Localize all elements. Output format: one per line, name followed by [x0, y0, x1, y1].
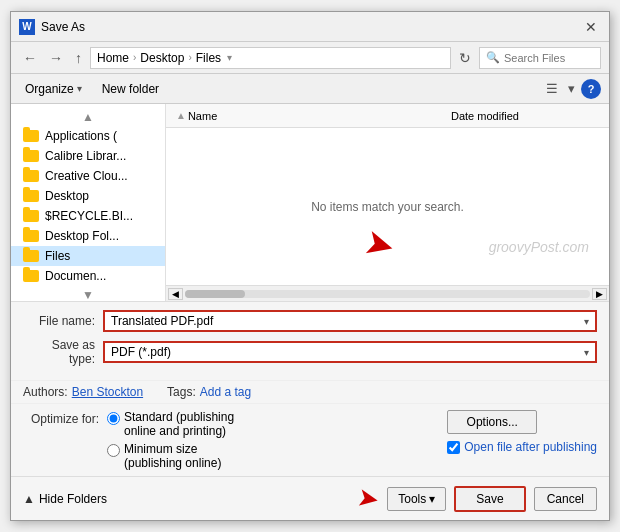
tags-value[interactable]: Add a tag	[200, 385, 251, 399]
breadcrumb-sep2: ›	[188, 52, 191, 63]
folder-icon	[23, 210, 39, 222]
radio-standard-text: Standard (publishingonline and printing)	[124, 410, 234, 438]
sidebar-item-creative[interactable]: Creative Clou...	[11, 166, 165, 186]
file-name-input[interactable]: Translated PDF.pdf ▾	[103, 310, 597, 332]
authors-tags-row: Authors: Ben Stockton Tags: Add a tag	[11, 380, 609, 403]
sidebar-item-label: Applications (	[45, 129, 117, 143]
hide-folders-label: Hide Folders	[39, 492, 107, 506]
scroll-left-btn[interactable]: ◀	[168, 288, 183, 300]
sidebar-item-desktop[interactable]: Desktop	[11, 186, 165, 206]
radio-minimum-input[interactable]	[107, 444, 120, 457]
radio-options: Standard (publishingonline and printing)…	[107, 410, 234, 470]
sidebar-item-applications[interactable]: Applications (	[11, 126, 165, 146]
folder-icon	[23, 230, 39, 242]
back-button[interactable]: ←	[19, 48, 41, 68]
hide-folders-toggle[interactable]: ▲ Hide Folders	[23, 492, 107, 506]
folder-icon	[23, 150, 39, 162]
save-as-type-dropdown[interactable]: ▾	[584, 347, 589, 358]
file-content: No items match your search. groovyPost.c…	[166, 128, 609, 285]
sidebar-item-label: Desktop	[45, 189, 89, 203]
save-as-type-input[interactable]: PDF (*.pdf) ▾	[103, 341, 597, 363]
folder-icon	[23, 250, 39, 262]
organize-dropdown-icon: ▾	[77, 83, 82, 94]
sidebar-item-label: Calibre Librar...	[45, 149, 126, 163]
save-button[interactable]: Save	[454, 486, 525, 512]
scroll-right-btn[interactable]: ▶	[592, 288, 607, 300]
sidebar-scroll-up[interactable]: ▲	[11, 108, 165, 126]
organize-button[interactable]: Organize ▾	[19, 80, 88, 98]
sidebar-scroll-down[interactable]: ▼	[11, 286, 165, 301]
sidebar-item-calibre[interactable]: Calibre Librar...	[11, 146, 165, 166]
radio-standard-input[interactable]	[107, 412, 120, 425]
tools-button[interactable]: Tools ▾	[387, 487, 446, 511]
watermark: groovyPost.com	[489, 239, 589, 255]
breadcrumb-files: Files	[196, 51, 221, 65]
folder-icon	[23, 270, 39, 282]
tools-dropdown-icon: ▾	[429, 492, 435, 506]
file-name-dropdown[interactable]: ▾	[584, 316, 589, 327]
red-arrow-save-indicator: ➤	[355, 481, 382, 515]
sidebar-item-desktop-fol[interactable]: Desktop Fol...	[11, 226, 165, 246]
sidebar-item-documents[interactable]: Documen...	[11, 266, 165, 286]
sidebar: ▲ Applications ( Calibre Librar... Creat…	[11, 104, 166, 301]
forward-button[interactable]: →	[45, 48, 67, 68]
breadcrumb[interactable]: Home › Desktop › Files ▾	[90, 47, 451, 69]
main-content: ▲ Applications ( Calibre Librar... Creat…	[11, 104, 609, 301]
nav-bar: ← → ↑ Home › Desktop › Files ▾ ↻ 🔍	[11, 42, 609, 74]
file-pane: ▲ Name Date modified No items match your…	[166, 104, 609, 301]
sidebar-item-label: Files	[45, 249, 70, 263]
new-folder-label: New folder	[102, 82, 159, 96]
view-dropdown-button[interactable]: ▾	[564, 79, 579, 98]
dialog-title: Save As	[41, 20, 85, 34]
save-as-type-value: PDF (*.pdf)	[111, 345, 171, 359]
radio-standard[interactable]: Standard (publishingonline and printing)	[107, 410, 234, 438]
options-button[interactable]: Options...	[447, 410, 537, 434]
breadcrumb-dropdown[interactable]: ▾	[225, 52, 234, 63]
scroll-bar-area: ◀ ▶	[166, 285, 609, 301]
breadcrumb-home: Home	[97, 51, 129, 65]
red-arrow-indicator: ➤	[360, 220, 400, 268]
action-buttons: ➤ Tools ▾ Save Cancel	[357, 483, 597, 514]
radio-minimum[interactable]: Minimum size(publishing online)	[107, 442, 234, 470]
hide-arrow-icon: ▲	[23, 492, 35, 506]
toolbar: Organize ▾ New folder ☰ ▾ ?	[11, 74, 609, 104]
authors-value[interactable]: Ben Stockton	[72, 385, 143, 399]
cancel-button[interactable]: Cancel	[534, 487, 597, 511]
col-date-header[interactable]: Date modified	[451, 110, 601, 122]
up-button[interactable]: ↑	[71, 48, 86, 68]
h-scrollbar-thumb	[185, 290, 245, 298]
sidebar-item-label: Desktop Fol...	[45, 229, 119, 243]
tags-label: Tags:	[167, 385, 196, 399]
sidebar-item-label: Documen...	[45, 269, 106, 283]
sidebar-item-label: $RECYCLE.BI...	[45, 209, 133, 223]
search-input[interactable]	[504, 52, 594, 64]
title-left: W Save As	[19, 19, 85, 35]
title-bar: W Save As ✕	[11, 12, 609, 42]
file-name-value: Translated PDF.pdf	[111, 314, 213, 328]
close-button[interactable]: ✕	[581, 17, 601, 37]
file-fields: File name: Translated PDF.pdf ▾ Save as …	[11, 301, 609, 380]
word-icon: W	[19, 19, 35, 35]
sidebar-item-label: Creative Clou...	[45, 169, 128, 183]
open-file-label: Open file after publishing	[464, 440, 597, 454]
refresh-button[interactable]: ↻	[455, 48, 475, 68]
optimize-label: Optimize for:	[23, 410, 107, 426]
sidebar-item-recycle[interactable]: $RECYCLE.BI...	[11, 206, 165, 226]
file-name-row: File name: Translated PDF.pdf ▾	[23, 310, 597, 332]
sidebar-item-files[interactable]: Files	[11, 246, 165, 266]
breadcrumb-desktop: Desktop	[140, 51, 184, 65]
view-icons: ☰ ▾ ?	[542, 79, 601, 99]
open-file-checkbox-label[interactable]: Open file after publishing	[447, 440, 597, 454]
view-list-button[interactable]: ☰	[542, 79, 562, 98]
col-name-header[interactable]: Name	[188, 110, 451, 122]
bottom-toolbar: ▲ Hide Folders ➤ Tools ▾ Save Cancel	[11, 476, 609, 520]
help-button[interactable]: ?	[581, 79, 601, 99]
file-name-label: File name:	[23, 314, 103, 328]
radio-minimum-text: Minimum size(publishing online)	[124, 442, 221, 470]
breadcrumb-sep1: ›	[133, 52, 136, 63]
folder-icon	[23, 130, 39, 142]
h-scrollbar-track[interactable]	[185, 290, 590, 298]
new-folder-button[interactable]: New folder	[96, 80, 165, 98]
save-as-type-row: Save as type: PDF (*.pdf) ▾	[23, 338, 597, 366]
open-file-checkbox[interactable]	[447, 441, 460, 454]
